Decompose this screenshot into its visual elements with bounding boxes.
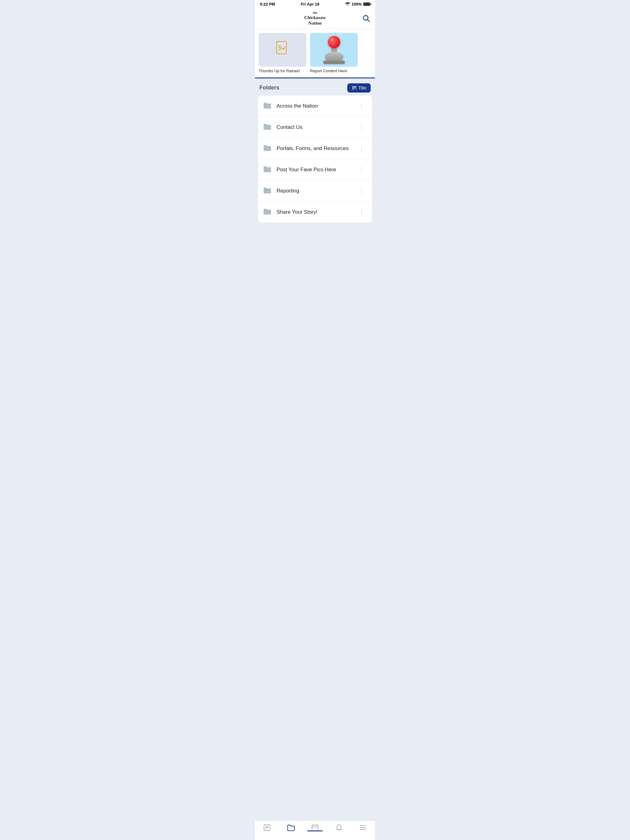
folders-header: Folders Title: [258, 83, 372, 93]
logo-the: the: [304, 11, 326, 15]
svg-point-3: [279, 46, 280, 47]
folder-more-reporting[interactable]: ⋮: [356, 186, 367, 196]
svg-line-1: [367, 20, 369, 22]
folders-section: Folders Title Across the Nation ⋮: [255, 78, 375, 226]
search-button[interactable]: [362, 14, 370, 23]
wifi-icon: [345, 2, 350, 6]
card-2-image: [310, 33, 358, 67]
card-1-image: [259, 33, 306, 67]
logo-main: ChickasawNation: [304, 15, 326, 26]
folder-item-post-fave-pics[interactable]: Post Your Fave Pics Here ⋮: [258, 159, 372, 180]
folders-title: Folders: [259, 85, 279, 91]
folder-icon: [263, 102, 272, 111]
siren-mount: [323, 61, 345, 64]
folder-list: Across the Nation ⋮ Contact Us ⋮ Portals…: [258, 96, 372, 223]
sort-label: Title: [358, 85, 366, 90]
sort-icon: [351, 85, 356, 90]
folder-more-share-your-story[interactable]: ⋮: [356, 207, 367, 217]
folder-more-portals-forms[interactable]: ⋮: [356, 144, 367, 153]
folder-icon: [263, 166, 272, 174]
folder-icon: [263, 208, 272, 216]
app-logo: the ChickasawNation: [304, 11, 326, 26]
status-time: 5:22 PM: [260, 2, 275, 6]
folder-name-post-fave-pics: Post Your Fave Pics Here: [277, 167, 356, 173]
document-icon: [275, 41, 290, 59]
app-header: the ChickasawNation: [255, 8, 375, 29]
battery-percentage: 100%: [351, 2, 362, 6]
status-bar: 5:22 PM Fri Apr 19 100%: [255, 0, 375, 8]
folder-more-contact-us[interactable]: ⋮: [356, 122, 367, 132]
folder-item-contact-us[interactable]: Contact Us ⋮: [258, 117, 372, 138]
featured-cards: Thumbs Up for Rainee! Report Content Her…: [255, 29, 375, 77]
folder-item-portals-forms[interactable]: Portals, Forms, and Resources ⋮: [258, 138, 372, 159]
folder-icon: [263, 144, 272, 153]
folder-item-reporting[interactable]: Reporting ⋮: [258, 180, 372, 202]
card-1-label: Thumbs Up for Rainee!: [259, 69, 306, 73]
folder-name-share-your-story: Share Your Story!: [277, 209, 356, 215]
siren-visual: [310, 33, 358, 67]
card-2-label: Report Content Here: [310, 69, 358, 73]
folder-more-post-fave-pics[interactable]: ⋮: [356, 165, 367, 175]
folder-name-across-the-nation: Across the Nation: [277, 103, 356, 109]
card-thumbs-up[interactable]: Thumbs Up for Rainee!: [259, 33, 306, 73]
folder-name-reporting: Reporting: [277, 188, 356, 194]
siren-neck: [331, 48, 337, 52]
battery-icon: [363, 2, 370, 6]
folder-name-contact-us: Contact Us: [277, 124, 356, 130]
sort-button[interactable]: Title: [347, 83, 371, 93]
status-date: Fri Apr 19: [301, 2, 319, 6]
folder-more-across-the-nation[interactable]: ⋮: [356, 101, 367, 111]
folder-icon: [263, 123, 272, 132]
siren-base: [325, 52, 343, 61]
card-report-content[interactable]: Report Content Here: [310, 33, 358, 73]
folder-icon: [263, 186, 272, 195]
siren-top: [328, 36, 340, 48]
folder-name-portals-forms: Portals, Forms, and Resources: [277, 145, 356, 152]
folder-item-share-your-story[interactable]: Share Your Story! ⋮: [258, 202, 372, 223]
status-right: 100%: [345, 2, 370, 6]
folder-item-across-the-nation[interactable]: Across the Nation ⋮: [258, 96, 372, 117]
